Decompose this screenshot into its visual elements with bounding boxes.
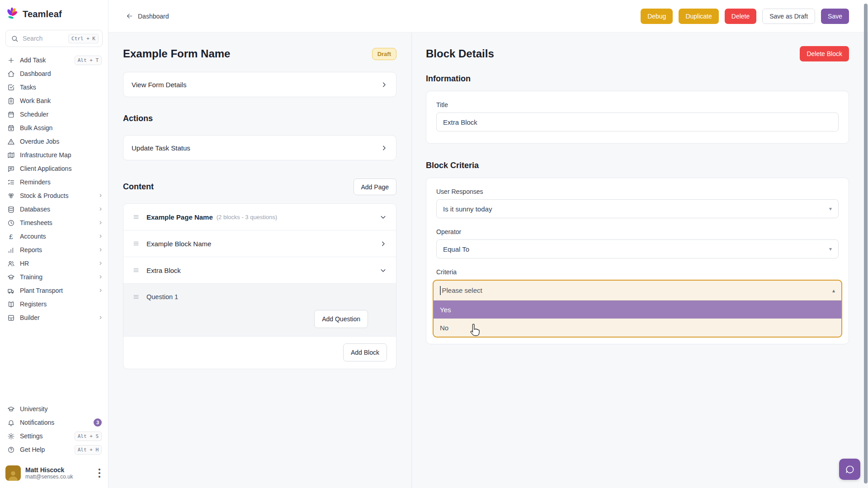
- question-name: Question 1: [146, 293, 178, 300]
- sidebar-item-university[interactable]: University: [0, 402, 108, 416]
- chevron-right-icon: ›: [99, 192, 102, 200]
- sidebar-item-scheduler[interactable]: Scheduler: [0, 108, 108, 121]
- sidebar-footer-nav: University Notifications 3 Settings Alt …: [0, 402, 108, 456]
- plus-icon: [7, 56, 15, 64]
- sidebar-item-work-bank[interactable]: Work Bank: [0, 94, 108, 108]
- chevron-right-icon: ›: [99, 205, 102, 213]
- page-name: Example Page Name: [146, 213, 213, 221]
- back-to-dashboard-link[interactable]: Dashboard: [126, 12, 169, 20]
- save-button[interactable]: Save: [821, 9, 849, 24]
- boxes-icon: [7, 192, 15, 200]
- sidebar-item-stock-products[interactable]: Stock & Products ›: [0, 189, 108, 202]
- search-icon: [11, 35, 19, 42]
- block-name: Extra Block: [146, 267, 181, 274]
- pound-icon: £: [7, 233, 15, 240]
- content-tree: Example Page Name (2 blocks - 3 question…: [123, 203, 396, 369]
- update-task-status-row[interactable]: Update Task Status: [123, 135, 396, 160]
- search-placeholder: Search: [23, 35, 64, 42]
- sidebar-item-dashboard[interactable]: Dashboard: [0, 67, 108, 80]
- teamleaf-logo-icon: [5, 7, 19, 21]
- save-as-draft-button[interactable]: Save as Draft: [762, 9, 815, 24]
- sidebar-item-client-applications[interactable]: Client Applications: [0, 162, 108, 175]
- avatar: [5, 465, 21, 481]
- database-icon: [7, 206, 15, 213]
- toolbar: Debug Duplicate Delete Save as Draft Sav…: [641, 9, 849, 24]
- help-circle-icon: [7, 446, 15, 454]
- sidebar-item-add-task[interactable]: Add Task Alt + T: [0, 53, 108, 67]
- block-row[interactable]: Example Block Name: [123, 230, 396, 257]
- sidebar-item-accounts[interactable]: £ Accounts ›: [0, 230, 108, 243]
- alert-triangle-icon: [7, 138, 15, 145]
- add-block-button[interactable]: Add Block: [343, 343, 387, 361]
- operator-select[interactable]: Equal To ▾: [436, 239, 839, 258]
- chevron-right-icon: ›: [99, 232, 102, 240]
- chevron-right-icon: ›: [99, 286, 102, 295]
- user-menu[interactable]: Matt Hiscock matt@senses.co.uk •••: [0, 460, 108, 483]
- block-name: Example Block Name: [146, 240, 211, 248]
- block-details-title: Block Details: [426, 47, 494, 60]
- criteria-placeholder: Please select: [442, 286, 482, 294]
- sidebar-item-settings[interactable]: Settings Alt + S: [0, 429, 108, 443]
- page-row[interactable]: Example Page Name (2 blocks - 3 question…: [123, 204, 396, 230]
- sidebar-item-hr[interactable]: HR ›: [0, 257, 108, 270]
- sidebar-item-infrastructure-map[interactable]: Infrastructure Map: [0, 148, 108, 162]
- chevron-down-icon[interactable]: [379, 213, 387, 221]
- duplicate-button[interactable]: Duplicate: [679, 9, 718, 24]
- user-email: matt@senses.co.uk: [25, 474, 92, 480]
- chevron-right-icon: ›: [99, 246, 102, 254]
- sidebar-item-databases[interactable]: Databases ›: [0, 202, 108, 216]
- block-row-selected[interactable]: Extra Block: [123, 257, 396, 284]
- delete-block-button[interactable]: Delete Block: [800, 46, 849, 61]
- chevron-right-icon[interactable]: [379, 240, 387, 248]
- status-badge: Draft: [372, 48, 396, 60]
- content-heading: Content: [123, 182, 154, 192]
- chevron-right-icon: ›: [99, 273, 102, 281]
- add-question-button[interactable]: Add Question: [314, 310, 368, 328]
- search-input[interactable]: Search Ctrl + K: [5, 30, 103, 47]
- caret-up-icon: ▴: [832, 287, 835, 294]
- chat-widget-button[interactable]: [839, 459, 860, 480]
- panel-divider: [411, 33, 412, 488]
- sidebar-item-bulk-assign[interactable]: Bulk Assign: [0, 121, 108, 135]
- chevron-right-icon: [380, 144, 388, 152]
- drag-handle-icon[interactable]: [132, 267, 140, 274]
- sidebar-item-plant-transport[interactable]: Plant Transport ›: [0, 284, 108, 297]
- sidebar-item-notifications[interactable]: Notifications 3: [0, 416, 108, 429]
- view-form-details-row[interactable]: View Form Details: [123, 72, 396, 97]
- user-name: Matt Hiscock: [25, 466, 92, 474]
- drag-handle-icon[interactable]: [132, 293, 140, 300]
- sidebar-item-tasks[interactable]: Tasks: [0, 80, 108, 94]
- drag-handle-icon[interactable]: [132, 240, 140, 247]
- sidebar-item-reminders[interactable]: Reminders: [0, 175, 108, 189]
- sidebar-item-builder[interactable]: Builder ›: [0, 311, 108, 324]
- layout-icon: [7, 314, 15, 322]
- brand: Teamleaf: [0, 0, 108, 26]
- users-icon: [7, 260, 15, 267]
- sidebar-item-training[interactable]: Training ›: [0, 270, 108, 284]
- gear-icon: [7, 432, 15, 440]
- sidebar-item-registers[interactable]: Registers: [0, 297, 108, 311]
- debug-button[interactable]: Debug: [641, 9, 673, 24]
- question-section: Question 1 Add Question: [123, 284, 396, 337]
- sidebar-item-reports[interactable]: Reports ›: [0, 243, 108, 257]
- sidebar-item-get-help[interactable]: Get Help Alt + H: [0, 443, 108, 456]
- criteria-option-no[interactable]: No: [434, 319, 841, 337]
- calendar-icon: [7, 111, 15, 118]
- delete-button[interactable]: Delete: [725, 9, 756, 24]
- sidebar-item-timesheets[interactable]: Timesheets ›: [0, 216, 108, 230]
- criteria-option-yes[interactable]: Yes: [434, 300, 841, 319]
- user-responses-label: User Responses: [436, 188, 839, 195]
- information-heading: Information: [426, 74, 849, 84]
- user-responses-select[interactable]: Is it sunny today ▾: [436, 199, 839, 218]
- add-task-shortcut: Alt + T: [75, 56, 102, 65]
- chevron-down-icon[interactable]: [379, 267, 387, 274]
- add-page-button[interactable]: Add Page: [354, 178, 397, 195]
- kebab-menu-icon[interactable]: •••: [96, 468, 103, 479]
- sidebar-item-overdue-jobs[interactable]: Overdue Jobs: [0, 135, 108, 148]
- page-scrollbar[interactable]: [864, 4, 868, 483]
- criteria-select[interactable]: Please select ▴: [434, 281, 841, 300]
- criteria-select-open: Please select ▴ Yes No: [433, 280, 842, 338]
- drag-handle-icon[interactable]: [132, 213, 140, 221]
- question-row[interactable]: Question 1: [132, 284, 387, 310]
- block-title-input[interactable]: [436, 113, 839, 131]
